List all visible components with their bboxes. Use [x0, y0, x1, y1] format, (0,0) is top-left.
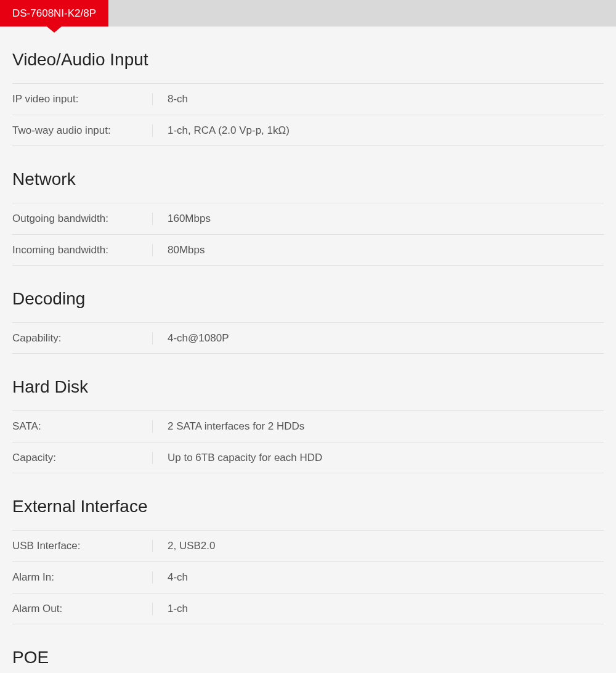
section-title: Video/Audio Input	[12, 27, 604, 83]
spec-value: 2, USB2.0	[153, 540, 216, 552]
spec-value: 1-ch	[153, 603, 188, 615]
section-title: External Interface	[12, 473, 604, 530]
spec-label: Two-way audio input:	[12, 124, 153, 137]
spec-row: IP video input:8-ch	[12, 83, 604, 115]
spec-value: 4-ch	[153, 571, 188, 584]
spec-row: Outgoing bandwidth:160Mbps	[12, 203, 604, 234]
spec-value: 160Mbps	[153, 213, 211, 225]
spec-value: 8-ch	[153, 93, 188, 105]
spec-content: Video/Audio InputIP video input:8-chTwo-…	[0, 27, 616, 673]
spec-label: Capacity:	[12, 452, 153, 464]
section-title: Hard Disk	[12, 354, 604, 410]
product-tab-label: DS-7608NI-K2/8P	[12, 7, 96, 20]
tab-bar: DS-7608NI-K2/8P	[0, 0, 616, 27]
spec-label: IP video input:	[12, 93, 153, 105]
spec-row: Alarm Out:1-ch	[12, 593, 604, 624]
spec-value: 80Mbps	[153, 244, 205, 256]
spec-value: 4-ch@1080P	[153, 332, 229, 345]
spec-value: Up to 6TB capacity for each HDD	[153, 452, 322, 464]
spec-row: Capacity:Up to 6TB capacity for each HDD	[12, 442, 604, 473]
spec-row: USB Interface:2, USB2.0	[12, 530, 604, 561]
section-title: Decoding	[12, 266, 604, 322]
spec-label: USB Interface:	[12, 540, 153, 552]
spec-label: Capability:	[12, 332, 153, 345]
spec-label: Outgoing bandwidth:	[12, 213, 153, 225]
spec-label: Alarm Out:	[12, 603, 153, 615]
product-tab[interactable]: DS-7608NI-K2/8P	[0, 0, 108, 27]
spec-row: Alarm In:4-ch	[12, 561, 604, 593]
spec-label: Alarm In:	[12, 571, 153, 584]
spec-label: Incoming bandwidth:	[12, 244, 153, 256]
spec-label: SATA:	[12, 420, 153, 433]
section-title: Network	[12, 146, 604, 203]
spec-row: Two-way audio input:1-ch, RCA (2.0 Vp-p,…	[12, 115, 604, 146]
spec-value: 1-ch, RCA (2.0 Vp-p, 1kΩ)	[153, 124, 290, 137]
section-title: POE	[12, 624, 604, 673]
spec-value: 2 SATA interfaces for 2 HDDs	[153, 420, 304, 433]
spec-row: Incoming bandwidth:80Mbps	[12, 234, 604, 266]
spec-row: Capability:4-ch@1080P	[12, 322, 604, 354]
spec-row: SATA:2 SATA interfaces for 2 HDDs	[12, 410, 604, 442]
